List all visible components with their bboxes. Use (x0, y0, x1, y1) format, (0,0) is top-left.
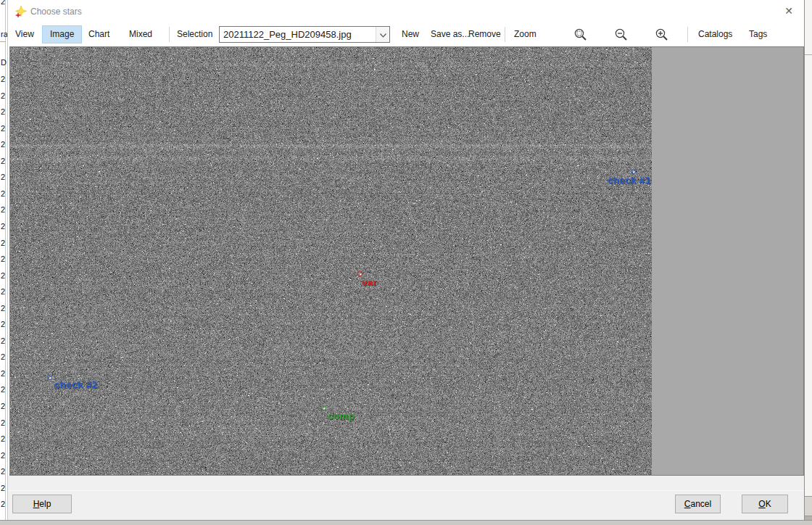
background-cell: 2 (1, 402, 5, 410)
star-image-view[interactable]: check #1varcheck #2comp (9, 46, 804, 476)
star-label[interactable]: var (362, 277, 377, 288)
background-window-line (805, 54, 812, 55)
star-marker-ring[interactable] (357, 271, 362, 276)
background-window-header-line (0, 41, 6, 42)
title-bar: Choose stars ✕ (8, 0, 804, 23)
background-cell: 2 (1, 352, 5, 361)
background-cell: 2 (1, 434, 5, 443)
selection-combobox-value: 20211122_Peg_HD209458.jpg (223, 27, 374, 42)
background-cell: 2 (1, 304, 5, 313)
star-marker-layer: check #1varcheck #2comp (10, 47, 803, 475)
choose-stars-dialog: Choose stars ✕ View Image Chart Mixed Se… (7, 0, 805, 520)
background-cell: 2 (1, 205, 5, 214)
background-cell: 2 (1, 157, 5, 165)
remove-button[interactable]: Remove (468, 23, 501, 46)
tab-mixed[interactable]: Mixed (129, 23, 152, 46)
background-cell: 2 (1, 500, 5, 508)
background-cell: 2 (1, 484, 5, 492)
background-cell: 2 (1, 385, 5, 394)
background-cell: 2 (1, 271, 5, 280)
cancel-button[interactable]: Cancel (675, 495, 721, 513)
sparkle-star-icon (15, 6, 27, 17)
help-button[interactable]: Help (12, 495, 72, 513)
background-cell: 2 (1, 418, 5, 427)
background-cell: 2 (1, 255, 5, 263)
background-cell: 2 (1, 91, 5, 100)
zoom-in-icon[interactable] (655, 28, 669, 42)
desktop: 2 ra D 222222222222222222222222222 Choos… (0, 0, 812, 525)
toolbar-separator (505, 27, 505, 42)
background-cell: 2 (1, 222, 5, 231)
footer-divider (8, 490, 804, 491)
tab-image[interactable]: Image (42, 25, 82, 44)
background-cell: 2 (1, 75, 5, 83)
background-cell: 2 (1, 287, 5, 296)
background-cell: 2 (1, 173, 5, 181)
background-button-fragment (805, 496, 812, 516)
star-label[interactable]: comp (328, 410, 355, 421)
toolbar-separator (169, 27, 170, 42)
background-cell: 2 (1, 239, 5, 247)
background-cell: ra (1, 30, 7, 38)
star-marker-ring[interactable] (47, 375, 52, 380)
tags-button[interactable]: Tags (749, 23, 767, 46)
background-cell: 2 (1, 140, 5, 149)
tab-chart[interactable]: Chart (88, 23, 109, 46)
zoom-button[interactable]: Zoom (514, 23, 536, 46)
chevron-down-icon[interactable] (376, 27, 389, 42)
save-as-button[interactable]: Save as... (431, 23, 469, 46)
zoom-fit-icon[interactable] (573, 28, 588, 42)
background-cell: 2 (1, 369, 5, 378)
catalogs-button[interactable]: Catalogs (698, 23, 732, 46)
background-window-border (5, 0, 6, 525)
background-window-left-sliver: 2 ra D 222222222222222222222222222 (0, 0, 7, 525)
toolbar-separator (687, 27, 688, 42)
background-cell: 2 (1, 0, 5, 6)
star-marker-ring[interactable] (321, 405, 326, 410)
new-button[interactable]: New (402, 23, 419, 46)
star-label[interactable]: check #2 (54, 379, 97, 390)
background-cell: 2 (1, 107, 5, 116)
background-cell: 2 (1, 451, 5, 460)
tab-view[interactable]: View (15, 23, 34, 46)
toolbar: View Image Chart Mixed Selection 2021112… (8, 23, 804, 46)
ok-button[interactable]: OK (742, 495, 788, 513)
background-window-bottom-sliver (0, 520, 812, 525)
zoom-out-icon[interactable] (614, 28, 629, 42)
window-title: Choose stars (30, 7, 82, 17)
background-cell: 2 (1, 336, 5, 345)
dialog-footer: Help Cancel OK (8, 476, 804, 520)
background-window-right-sliver (805, 0, 812, 525)
background-column-header: D (1, 58, 7, 67)
star-label[interactable]: check #1 (608, 175, 650, 186)
selection-combobox[interactable]: 20211122_Peg_HD209458.jpg (219, 26, 390, 43)
background-cell: 2 (1, 467, 5, 476)
star-marker-ring[interactable] (631, 169, 636, 174)
close-icon[interactable]: ✕ (778, 1, 800, 20)
background-cell: 2 (1, 189, 5, 198)
background-cell: 2 (1, 124, 5, 133)
selection-label: Selection (177, 23, 212, 46)
background-cell: 2 (1, 320, 5, 328)
